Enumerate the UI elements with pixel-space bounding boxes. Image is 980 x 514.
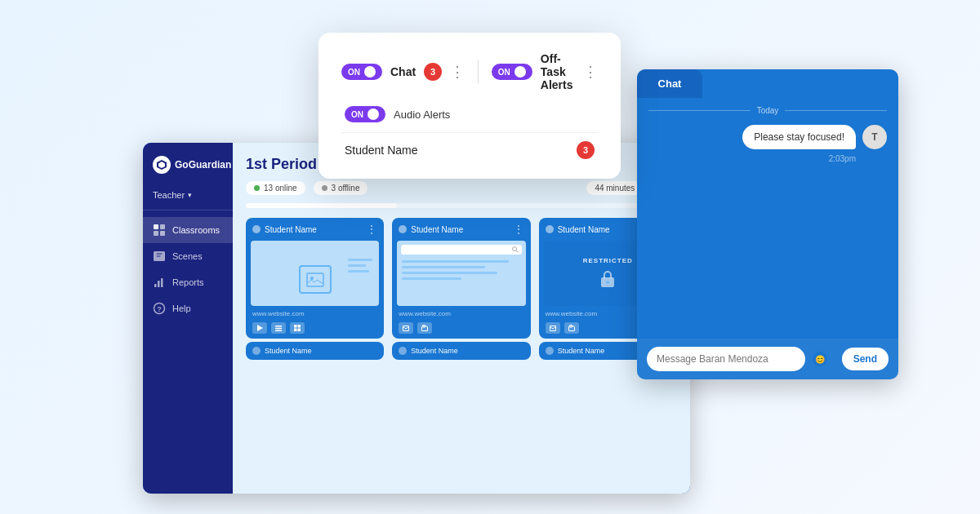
role-chevron: ▾	[188, 191, 192, 199]
chat-bubble: Please stay focused!	[742, 125, 856, 149]
card-header: Student Name ⋮	[246, 218, 384, 241]
chat-input-wrap: 😊	[647, 347, 835, 371]
classrooms-icon	[153, 224, 166, 237]
chat-label: Chat	[390, 65, 416, 78]
reports-icon	[153, 276, 166, 289]
sidebar-item-classrooms[interactable]: Classrooms	[143, 217, 233, 243]
sidebar-help-label: Help	[172, 304, 191, 313]
student-card: Student Name ⋮	[246, 218, 384, 339]
svg-rect-5	[154, 284, 157, 287]
card-action-tab[interactable]	[417, 322, 432, 334]
chat-input-row: 😊 Send	[637, 339, 898, 379]
sidebar: GoGuardian Teacher ▾ Classrooms Scenes	[143, 143, 233, 494]
svg-rect-16	[294, 325, 297, 328]
card-student-name: Student Name	[265, 225, 366, 234]
offtask-more-icon[interactable]: ⋮	[583, 63, 598, 81]
sidebar-role: Teacher ▾	[143, 187, 233, 210]
chat-toggle[interactable]: ON	[341, 64, 382, 80]
card-preview	[251, 241, 379, 306]
progress-bar-fill	[246, 203, 397, 208]
student-cards-grid: Student Name ⋮	[246, 218, 677, 339]
card-action-grid[interactable]	[290, 322, 305, 334]
sidebar-item-help[interactable]: ? Help	[143, 295, 233, 321]
emoji-icon: 😊	[815, 355, 825, 364]
svg-rect-18	[294, 329, 297, 332]
popup-row1: ON Chat 3 ⋮ ON Off-Task Alerts ⋮	[341, 52, 598, 91]
bottom-card-2: Student Name	[392, 342, 530, 360]
chat-panel: Chat Today Please stay focused! T 2:03pm…	[637, 69, 898, 379]
bottom-card-1: Student Name	[246, 342, 384, 360]
scenes-icon	[153, 250, 166, 263]
chat-toggle-group: ON Chat 3 ⋮	[341, 63, 465, 81]
chat-message-row: Please stay focused! T	[648, 125, 887, 149]
card-action-tab[interactable]	[564, 322, 579, 334]
offtask-toggle-group: ON Off-Task Alerts ⋮	[492, 52, 598, 91]
card-url: www.website.com	[392, 306, 530, 319]
popup-student-name: Student Name	[345, 144, 418, 157]
offtask-toggle[interactable]: ON	[492, 64, 532, 80]
audio-toggle[interactable]: ON	[345, 106, 385, 122]
svg-marker-12	[257, 325, 263, 331]
card-search-bar	[401, 245, 521, 255]
svg-rect-7	[161, 278, 163, 287]
offtask-label: Off-Task Alerts	[541, 52, 575, 91]
svg-rect-10	[307, 273, 323, 286]
svg-rect-14	[275, 327, 282, 329]
chat-badge: 3	[424, 63, 442, 81]
sidebar-reports-label: Reports	[172, 277, 204, 287]
svg-rect-13	[275, 326, 282, 327]
browser-content-lines	[397, 260, 525, 280]
chat-more-icon[interactable]: ⋮	[450, 63, 465, 81]
restricted-label: RESTRICTED	[583, 257, 633, 264]
svg-rect-3	[160, 231, 165, 236]
card-action-email[interactable]	[546, 322, 560, 334]
card-preview	[397, 241, 525, 306]
offline-status: 3 offline	[314, 181, 368, 195]
svg-text:?: ?	[157, 305, 162, 313]
card-action-email[interactable]	[399, 322, 413, 334]
progress-bar-wrap	[246, 203, 677, 208]
card-actions	[246, 319, 384, 339]
card-menu-icon[interactable]: ⋮	[513, 223, 524, 236]
online-dot	[254, 185, 260, 191]
sidebar-logo: GoGuardian	[143, 156, 233, 187]
card-avatar	[252, 225, 261, 233]
logo-icon	[153, 156, 171, 174]
sidebar-classrooms-label: Classrooms	[172, 225, 220, 235]
card-action-play[interactable]	[252, 322, 267, 334]
toggle-knob-audio	[368, 109, 379, 120]
svg-rect-2	[154, 231, 158, 236]
svg-rect-0	[154, 224, 158, 229]
offline-dot	[322, 185, 327, 191]
popup-card: ON Chat 3 ⋮ ON Off-Task Alerts ⋮ ON Audi…	[318, 33, 621, 179]
svg-point-11	[310, 277, 314, 280]
popup-student-row: Student Name 3	[341, 132, 598, 159]
sidebar-item-reports[interactable]: Reports	[143, 269, 233, 295]
logo-text: GoGuardian	[175, 159, 231, 171]
chat-tab[interactable]: Chat	[637, 69, 702, 98]
main-content: 1st Period 13 online 3 offline 44 minute…	[233, 143, 690, 494]
card-actions	[392, 319, 530, 339]
card-menu-icon[interactable]: ⋮	[366, 223, 377, 236]
chat-avatar: T	[862, 125, 887, 149]
card-action-list[interactable]	[271, 322, 286, 334]
online-count: 13 online	[264, 184, 297, 193]
offline-count: 3 offline	[332, 184, 360, 193]
card-student-name: Student Name	[411, 225, 512, 234]
help-icon: ?	[153, 302, 166, 315]
status-bar: 13 online 3 offline 44 minutes remain...	[246, 181, 677, 195]
chat-toggle-label: ON	[348, 68, 360, 77]
student-card: Student Name ⋮	[392, 218, 530, 339]
card-image	[299, 265, 332, 294]
send-button[interactable]: Send	[842, 348, 889, 370]
svg-rect-1	[160, 224, 165, 229]
sidebar-item-scenes[interactable]: Scenes	[143, 243, 233, 269]
chat-today-label: Today	[648, 106, 887, 115]
chat-message-input[interactable]	[647, 347, 805, 371]
app-window: GoGuardian Teacher ▾ Classrooms Scenes	[143, 143, 690, 494]
card-lines	[348, 259, 372, 273]
svg-rect-6	[158, 281, 160, 287]
emoji-button[interactable]: 😊	[813, 352, 827, 366]
svg-rect-19	[298, 329, 301, 332]
card-header: Student Name ⋮	[392, 218, 530, 241]
